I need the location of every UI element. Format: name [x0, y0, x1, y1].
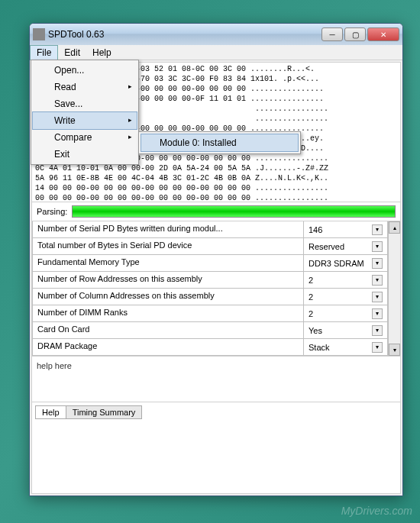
prop-value-dropdown[interactable]: 2▾: [304, 272, 388, 289]
chevron-down-icon[interactable]: ▾: [372, 258, 383, 269]
grid-row: Fundamental Memory Type DDR3 SDRAM▾: [32, 255, 388, 272]
prop-value-dropdown[interactable]: 2▾: [304, 289, 388, 305]
prop-value-dropdown[interactable]: Stack▾: [304, 339, 388, 356]
tab-timing-summary[interactable]: Timing Summary: [66, 405, 143, 419]
menu-file[interactable]: File: [30, 45, 58, 60]
menu-edit[interactable]: Edit: [58, 46, 86, 60]
properties-grid: Number of Serial PD Bytes written during…: [32, 221, 400, 357]
grid-scrollbar[interactable]: ▴ ▾: [388, 221, 400, 356]
grid-row: Total number of Bytes in Serial PD devic…: [32, 238, 388, 255]
chevron-down-icon[interactable]: ▾: [372, 325, 383, 336]
prop-label: DRAM Package: [32, 339, 304, 356]
parsing-row: Parsing:: [32, 202, 400, 221]
parsing-label: Parsing:: [37, 207, 67, 216]
help-panel: help here: [32, 357, 400, 402]
grid-row: Number of Column Addresses on this assem…: [32, 289, 388, 305]
prop-value-dropdown[interactable]: 2▾: [304, 305, 388, 322]
grid-body: Number of Serial PD Bytes written during…: [32, 221, 388, 356]
help-text: help here: [37, 361, 72, 370]
scroll-down-button[interactable]: ▾: [389, 344, 400, 356]
prop-label: Number of Row Addresses on this assembly: [32, 272, 304, 289]
chevron-down-icon[interactable]: ▾: [372, 308, 383, 319]
submenu-item-module0[interactable]: Module 0: Installed: [141, 134, 299, 152]
menu-item-write[interactable]: Write▸: [32, 111, 137, 130]
grid-row: Card On Card Yes▾: [32, 322, 388, 339]
prop-value-dropdown[interactable]: DDR3 SDRAM▾: [304, 255, 388, 272]
bottom-tabs: Help Timing Summary: [32, 402, 400, 419]
minimize-button[interactable]: ─: [321, 27, 343, 41]
chevron-down-icon[interactable]: ▾: [372, 224, 383, 235]
chevron-right-icon: ▸: [128, 82, 132, 90]
write-submenu: Module 0: Installed: [138, 131, 301, 154]
window-title: SPDTool 0.63: [48, 29, 320, 40]
close-button[interactable]: ✕: [367, 27, 399, 41]
maximize-button[interactable]: ▢: [344, 27, 366, 41]
menu-item-save[interactable]: Save...: [33, 95, 137, 112]
tab-help[interactable]: Help: [35, 405, 66, 419]
watermark: MyDrivers.com: [341, 505, 412, 517]
chevron-right-icon: ▸: [128, 133, 132, 140]
scroll-track[interactable]: [389, 234, 400, 344]
prop-label: Fundamental Memory Type: [32, 255, 304, 272]
menu-item-compare[interactable]: Compare▸: [33, 129, 137, 146]
prop-value-dropdown[interactable]: Reserved▾: [304, 238, 388, 255]
app-icon: [33, 28, 45, 40]
prop-label: Total number of Bytes in Serial PD devic…: [32, 238, 304, 255]
grid-row: Number of DIMM Ranks 2▾: [32, 305, 388, 322]
menu-item-open[interactable]: Open...: [33, 62, 137, 79]
menubar: File Edit Help: [30, 45, 402, 60]
chevron-down-icon[interactable]: ▾: [372, 342, 383, 353]
grid-row: Number of Serial PD Bytes written during…: [32, 221, 388, 238]
prop-label: Card On Card: [32, 322, 304, 339]
prop-label: Number of Serial PD Bytes written during…: [32, 221, 304, 238]
parsing-progress-bar: [72, 205, 396, 218]
menu-help[interactable]: Help: [86, 46, 118, 60]
prop-value-dropdown[interactable]: 146▾: [304, 221, 388, 238]
prop-label: Number of Column Addresses on this assem…: [32, 289, 304, 305]
chevron-down-icon[interactable]: ▾: [372, 292, 383, 302]
chevron-right-icon: ▸: [128, 116, 132, 124]
prop-label: Number of DIMM Ranks: [32, 305, 304, 322]
chevron-down-icon[interactable]: ▾: [372, 241, 383, 252]
grid-row: DRAM Package Stack▾: [32, 339, 388, 356]
grid-row: Number of Row Addresses on this assembly…: [32, 272, 388, 289]
scroll-up-button[interactable]: ▴: [389, 221, 400, 234]
prop-value-dropdown[interactable]: Yes▾: [304, 322, 388, 339]
menu-item-read[interactable]: Read▸: [33, 79, 137, 95]
menu-item-exit[interactable]: Exit: [33, 146, 137, 163]
file-menu-dropdown: Open... Read▸ Save... Write▸ Compare▸ Ex…: [31, 60, 139, 165]
titlebar[interactable]: SPDTool 0.63 ─ ▢ ✕: [30, 24, 402, 45]
chevron-down-icon[interactable]: ▾: [372, 275, 383, 286]
